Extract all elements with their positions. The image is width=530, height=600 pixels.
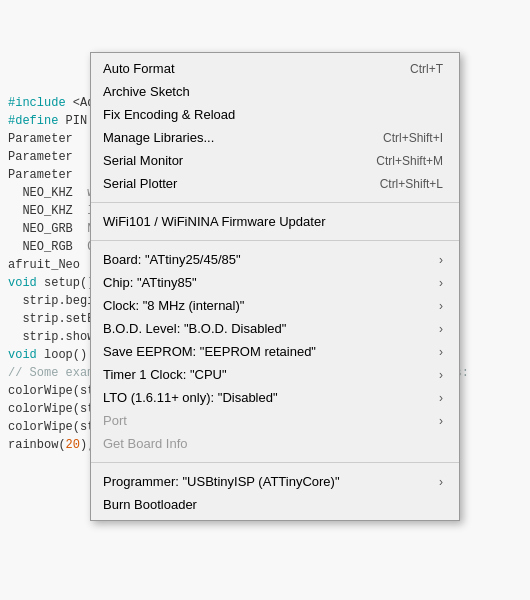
chip-arrow: › xyxy=(439,276,443,290)
wifi-firmware-label: WiFi101 / WiFiNINA Firmware Updater xyxy=(103,214,443,229)
programmer-arrow: › xyxy=(439,475,443,489)
menu-programmer[interactable]: Programmer: "USBtinyISP (ATTinyCore)" › xyxy=(91,470,459,493)
menu-auto-format[interactable]: Auto Format Ctrl+T xyxy=(91,57,459,80)
serial-monitor-label: Serial Monitor xyxy=(103,153,356,168)
menu-fix-encoding[interactable]: Fix Encoding & Reload xyxy=(91,103,459,126)
bod-arrow: › xyxy=(439,322,443,336)
manage-libraries-shortcut: Ctrl+Shift+I xyxy=(383,131,443,145)
eeprom-label: Save EEPROM: "EEPROM retained" xyxy=(103,344,433,359)
bod-label: B.O.D. Level: "B.O.D. Disabled" xyxy=(103,321,433,336)
serial-plotter-label: Serial Plotter xyxy=(103,176,360,191)
divider-3 xyxy=(91,462,459,463)
lto-label: LTO (1.6.11+ only): "Disabled" xyxy=(103,390,433,405)
dropdown-section-4: Programmer: "USBtinyISP (ATTinyCore)" › … xyxy=(91,466,459,520)
dropdown-section-1: Auto Format Ctrl+T Archive Sketch Fix En… xyxy=(91,53,459,199)
timer-arrow: › xyxy=(439,368,443,382)
burn-bootloader-label: Burn Bootloader xyxy=(103,497,443,512)
port-arrow: › xyxy=(439,414,443,428)
clock-arrow: › xyxy=(439,299,443,313)
menu-port[interactable]: Port › xyxy=(91,409,459,432)
menu-archive-sketch[interactable]: Archive Sketch xyxy=(91,80,459,103)
menu-bod[interactable]: B.O.D. Level: "B.O.D. Disabled" › xyxy=(91,317,459,340)
auto-format-shortcut: Ctrl+T xyxy=(410,62,443,76)
menu-timer[interactable]: Timer 1 Clock: "CPU" › xyxy=(91,363,459,386)
menu-chip[interactable]: Chip: "ATtiny85" › xyxy=(91,271,459,294)
auto-format-label: Auto Format xyxy=(103,61,390,76)
dropdown-section-3: Board: "ATtiny25/45/85" › Chip: "ATtiny8… xyxy=(91,244,459,459)
menu-eeprom[interactable]: Save EEPROM: "EEPROM retained" › xyxy=(91,340,459,363)
menu-serial-monitor[interactable]: Serial Monitor Ctrl+Shift+M xyxy=(91,149,459,172)
timer-label: Timer 1 Clock: "CPU" xyxy=(103,367,433,382)
divider-2 xyxy=(91,240,459,241)
board-arrow: › xyxy=(439,253,443,267)
programmer-label: Programmer: "USBtinyISP (ATTinyCore)" xyxy=(103,474,433,489)
serial-monitor-shortcut: Ctrl+Shift+M xyxy=(376,154,443,168)
chip-label: Chip: "ATtiny85" xyxy=(103,275,433,290)
archive-sketch-label: Archive Sketch xyxy=(103,84,443,99)
menu-manage-libraries[interactable]: Manage Libraries... Ctrl+Shift+I xyxy=(91,126,459,149)
manage-libraries-label: Manage Libraries... xyxy=(103,130,363,145)
port-label: Port xyxy=(103,413,433,428)
get-board-info-label: Get Board Info xyxy=(103,436,443,451)
fix-encoding-label: Fix Encoding & Reload xyxy=(103,107,443,122)
board-label: Board: "ATtiny25/45/85" xyxy=(103,252,433,267)
lto-arrow: › xyxy=(439,391,443,405)
dropdown-section-2: WiFi101 / WiFiNINA Firmware Updater xyxy=(91,206,459,237)
tools-dropdown: Auto Format Ctrl+T Archive Sketch Fix En… xyxy=(90,52,460,521)
menu-burn-bootloader[interactable]: Burn Bootloader xyxy=(91,493,459,516)
eeprom-arrow: › xyxy=(439,345,443,359)
menu-wifi-firmware[interactable]: WiFi101 / WiFiNINA Firmware Updater xyxy=(91,210,459,233)
divider-1 xyxy=(91,202,459,203)
clock-label: Clock: "8 MHz (internal)" xyxy=(103,298,433,313)
menu-get-board-info[interactable]: Get Board Info xyxy=(91,432,459,455)
menu-board[interactable]: Board: "ATtiny25/45/85" › xyxy=(91,248,459,271)
menu-serial-plotter[interactable]: Serial Plotter Ctrl+Shift+L xyxy=(91,172,459,195)
serial-plotter-shortcut: Ctrl+Shift+L xyxy=(380,177,443,191)
menu-lto[interactable]: LTO (1.6.11+ only): "Disabled" › xyxy=(91,386,459,409)
menu-clock[interactable]: Clock: "8 MHz (internal)" › xyxy=(91,294,459,317)
